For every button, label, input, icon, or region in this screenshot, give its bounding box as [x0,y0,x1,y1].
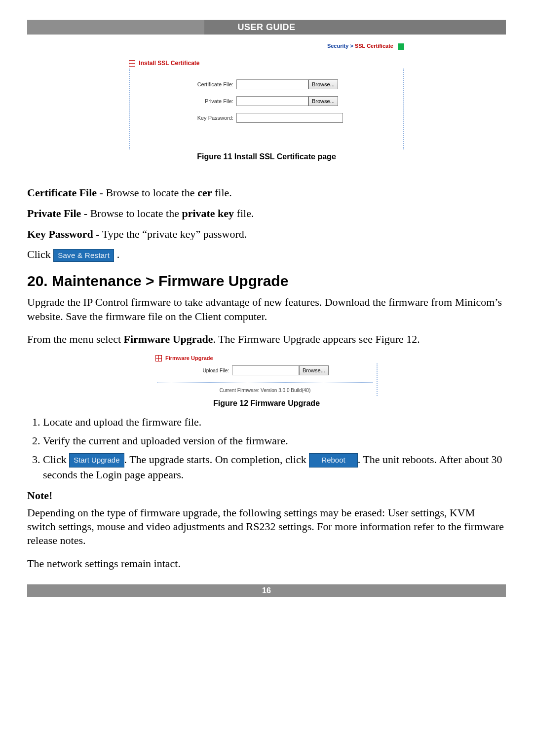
section-intro-para-1: Upgrade the IP Control firmware to take … [27,295,506,323]
definition-private-file: Private File - Browse to locate the priv… [27,207,506,220]
step-1: Locate and upload the firmware file. [43,415,506,430]
note-body: Depending on the type of firmware upgrad… [27,506,506,547]
upload-file-input[interactable] [232,365,299,375]
certificate-file-row: Certificate File: Browse... [145,79,388,89]
save-restart-button[interactable]: Save & Restart [53,249,114,262]
ssl-panel-title-text: Install SSL Certificate [139,60,199,67]
section-heading: 20. Maintenance > Firmware Upgrade [27,273,506,289]
private-file-input[interactable] [236,96,308,106]
breadcrumb: Security > SSL Certificate [129,40,404,57]
note-heading: Note! [27,489,506,502]
step-2: Verify the current and uploaded version … [43,433,506,448]
start-upgrade-button[interactable]: Start Upgrade [69,453,124,468]
upgrade-steps-list: Locate and upload the firmware file. Ver… [29,415,506,482]
certificate-file-input[interactable] [236,79,308,89]
grid-icon [129,60,135,67]
definition-certificate-file: Certificate File - Browse to locate the … [27,186,506,200]
click-save-restart-line: Click Save & Restart . [27,248,506,262]
page-header-bar: USER GUIDE [27,20,506,35]
breadcrumb-leaf: SSL Certificate [355,43,393,49]
firmware-panel-title: Firmware Upgrade [155,355,378,362]
upload-file-row: Upload File: Browse... [157,365,373,375]
figure-11-caption: Figure 11 Install SSL Certificate page [27,152,506,161]
upload-file-browse-button[interactable]: Browse... [299,365,329,375]
private-file-row: Private File: Browse... [145,96,388,106]
section-intro-para-2: From the menu select Firmware Upgrade. T… [27,332,506,346]
ssl-certificate-screenshot: Security > SSL Certificate Install SSL C… [129,39,404,149]
reboot-button[interactable]: Reboot [309,453,357,468]
key-password-label: Key Password: [145,115,236,121]
page-number: 16 [262,586,271,595]
current-firmware-version: Current Firmware: Version 3.0.0 Build(40… [157,387,373,394]
private-file-browse-button[interactable]: Browse... [308,96,338,106]
note-tail: The network settings remain intact. [27,557,506,571]
key-password-input[interactable] [236,113,343,123]
key-password-row: Key Password: [145,113,388,123]
step-3: Click Start Upgrade. The upgrade starts.… [43,452,506,482]
grid-icon [155,355,162,361]
certificate-file-label: Certificate File: [145,81,236,87]
private-file-label: Private File: [145,98,236,104]
page-footer-bar: 16 [27,584,506,597]
certificate-file-browse-button[interactable]: Browse... [308,79,338,89]
figure-12-caption: Figure 12 Firmware Upgrade [27,399,506,408]
firmware-upgrade-screenshot: Firmware Upgrade Upload File: Browse... … [155,355,378,396]
status-badge-icon [398,43,404,50]
breadcrumb-parent: Security [327,43,348,49]
ssl-form-frame: Certificate File: Browse... Private File… [129,69,404,149]
ssl-panel-title: Install SSL Certificate [129,60,404,67]
divider [157,382,373,384]
breadcrumb-separator: > [350,43,353,49]
page-header-title: USER GUIDE [237,22,295,32]
upload-file-label: Upload File: [157,368,232,373]
definition-key-password: Key Password - Type the “private key” pa… [27,227,506,241]
